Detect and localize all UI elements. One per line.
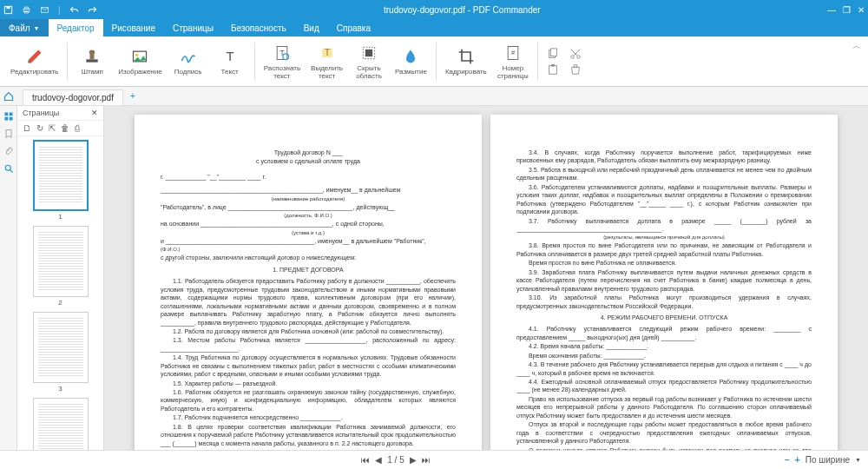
svg-rect-28 (9, 113, 12, 116)
thumb-export-icon[interactable]: ⇱ (49, 123, 56, 133)
text-button[interactable]: TТекст (209, 38, 251, 85)
menu-editor[interactable]: Редактор (49, 19, 103, 36)
save-icon[interactable] (3, 5, 13, 15)
thumb-rotate-icon[interactable]: ↻ (36, 123, 43, 133)
svg-point-25 (571, 55, 575, 58)
minimize-icon[interactable]: — (827, 5, 836, 15)
home-tab-icon[interactable] (3, 91, 23, 102)
svg-text:#: # (511, 48, 516, 56)
window-title: trudovoy-dogovor.pdf - PDF Commander (97, 5, 827, 15)
page-last-icon[interactable]: ⏭ (422, 455, 431, 465)
svg-rect-23 (549, 65, 556, 74)
svg-rect-27 (4, 113, 8, 116)
fit-dropdown-icon[interactable]: ▼ (855, 457, 861, 463)
pagenum-button[interactable]: #Номер страницы (492, 38, 534, 85)
svg-rect-24 (551, 63, 555, 66)
svg-rect-30 (9, 117, 12, 121)
zoom-in-icon[interactable]: + (795, 455, 800, 465)
page-2: 3.4. В случаях, когда Работнику поручает… (490, 115, 838, 450)
thumbs-header-label: Страницы (23, 109, 59, 117)
page-first-icon[interactable]: ⏮ (361, 455, 370, 465)
add-tab-icon[interactable]: + (123, 89, 142, 103)
svg-rect-1 (6, 6, 10, 9)
svg-point-10 (135, 54, 138, 56)
thumbnail-2[interactable]: 2 (21, 226, 100, 307)
highlight-button[interactable]: TВыделить текст (306, 38, 348, 85)
ocr-button[interactable]: TРаспознать текст (259, 38, 306, 85)
page-next-icon[interactable]: ▶ (410, 455, 417, 465)
delete-icon[interactable] (569, 63, 582, 76)
menu-draw[interactable]: Рисование (103, 19, 164, 36)
page-prev-icon[interactable]: ◀ (375, 455, 382, 465)
svg-point-31 (5, 165, 10, 170)
collapse-ribbon-icon[interactable]: ︿ (852, 40, 861, 52)
paste-icon[interactable] (547, 63, 559, 76)
menu-security[interactable]: Безопасность (222, 19, 295, 36)
svg-rect-18 (365, 49, 372, 56)
menu-help[interactable]: Справка (328, 19, 379, 36)
svg-rect-6 (87, 59, 98, 62)
crop-button[interactable]: Кадрировать (440, 38, 492, 85)
zoom-out-icon[interactable]: − (785, 455, 790, 465)
svg-point-8 (89, 50, 95, 55)
thumb-delete-icon[interactable]: 🗑 (61, 123, 69, 133)
svg-rect-7 (90, 54, 95, 60)
mail-icon[interactable] (40, 5, 49, 15)
cut-icon[interactable] (569, 48, 582, 60)
menu-view[interactable]: Вид (295, 19, 328, 36)
document-tab[interactable]: trudovoy-dogovor.pdf (23, 89, 123, 105)
thumbnail-4[interactable]: 4 (21, 398, 100, 450)
signature-button[interactable]: Подпись (168, 38, 209, 85)
stamp-button[interactable]: Штамп (71, 38, 113, 85)
svg-point-26 (577, 55, 581, 58)
sidebar-attachments-icon[interactable] (3, 146, 14, 156)
blur-button[interactable]: Размытие (390, 38, 432, 85)
hide-button[interactable]: Скрыть область (348, 38, 390, 85)
sep: | (58, 5, 61, 15)
thumbs-close-icon[interactable]: ✕ (91, 109, 98, 117)
svg-rect-22 (550, 48, 556, 56)
close-icon[interactable]: ✕ (858, 5, 865, 15)
page-1: Трудовой договор N ___ с условием о сдел… (135, 115, 482, 450)
sidebar-thumbnails-icon[interactable] (3, 111, 14, 122)
maximize-icon[interactable]: ❐ (843, 5, 851, 15)
thumb-new-icon[interactable]: 🗋 (23, 123, 31, 133)
svg-rect-3 (24, 7, 28, 9)
redo-icon[interactable] (88, 5, 97, 15)
svg-rect-29 (4, 117, 8, 121)
menu-pages[interactable]: Страницы (164, 19, 222, 36)
thumb-print-icon[interactable]: ⎙ (75, 123, 80, 133)
sidebar-search-icon[interactable] (3, 163, 14, 174)
svg-text:T: T (279, 48, 284, 56)
fit-mode[interactable]: По ширине (806, 455, 850, 465)
page-indicator: 1 / 5 (387, 455, 404, 465)
print-icon[interactable] (22, 5, 31, 15)
document-viewer[interactable]: Трудовой договор N ___ с условием о сдел… (104, 106, 868, 450)
image-button[interactable]: Изображение (113, 38, 167, 85)
edit-button[interactable]: Редактировать (5, 38, 63, 85)
thumbnail-1[interactable]: 1 (21, 140, 100, 221)
copy-icon[interactable] (547, 48, 559, 60)
svg-rect-16 (322, 49, 332, 57)
thumbnail-3[interactable]: 3 (21, 312, 100, 393)
sidebar-bookmarks-icon[interactable] (3, 129, 14, 139)
svg-text:T: T (226, 49, 233, 63)
undo-icon[interactable] (69, 5, 79, 15)
menu-file[interactable]: Файл ▼ (0, 19, 49, 36)
